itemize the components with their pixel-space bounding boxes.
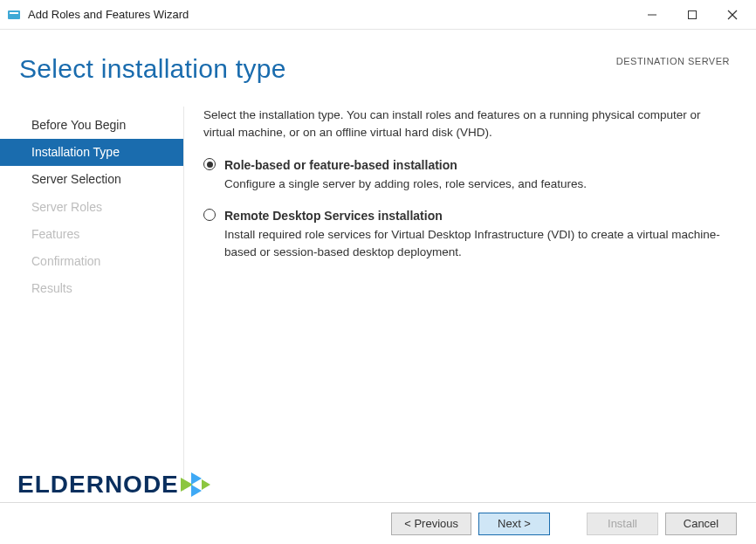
- option-desc: Configure a single server by adding role…: [224, 176, 587, 193]
- sidebar-item-installation-type[interactable]: Installation Type: [0, 139, 183, 166]
- svg-rect-3: [689, 10, 697, 18]
- header: Select installation type DESTINATION SER…: [0, 30, 756, 84]
- option-desc: Install required role services for Virtu…: [224, 226, 732, 260]
- app-icon: [7, 8, 21, 22]
- svg-rect-1: [10, 12, 18, 14]
- watermark-play-icon: [181, 472, 216, 497]
- option-body: Role-based or feature-based installation…: [224, 156, 587, 193]
- option-title: Role-based or feature-based installation: [224, 156, 587, 174]
- window-buttons: [632, 2, 753, 28]
- intro-text: Select the installation type. You can in…: [203, 107, 732, 141]
- watermark-logo: ELDERNODE: [17, 471, 216, 499]
- sidebar-item-server-roles: Server Roles: [0, 194, 183, 221]
- close-button[interactable]: [712, 2, 753, 28]
- sidebar-item-results: Results: [0, 275, 183, 302]
- body: Before You Begin Installation Type Serve…: [0, 107, 756, 491]
- destination-server-label: DESTINATION SERVER: [616, 56, 730, 66]
- footer: < Previous Next > Install Cancel: [0, 502, 756, 544]
- sidebar-item-features: Features: [0, 221, 183, 248]
- maximize-button[interactable]: [672, 2, 712, 28]
- radio-icon[interactable]: [203, 158, 216, 170]
- option-remote-desktop[interactable]: Remote Desktop Services installation Ins…: [203, 207, 732, 260]
- window-title: Add Roles and Features Wizard: [28, 8, 632, 21]
- option-role-based[interactable]: Role-based or feature-based installation…: [203, 156, 732, 193]
- next-button[interactable]: Next >: [478, 513, 550, 535]
- sidebar-item-server-selection[interactable]: Server Selection: [0, 166, 183, 193]
- option-body: Remote Desktop Services installation Ins…: [224, 207, 732, 260]
- sidebar-item-confirmation: Confirmation: [0, 248, 183, 275]
- page-title: Select installation type: [19, 54, 286, 84]
- titlebar: Add Roles and Features Wizard: [0, 0, 756, 30]
- previous-button[interactable]: < Previous: [391, 513, 471, 535]
- sidebar-item-before-you-begin[interactable]: Before You Begin: [0, 112, 183, 139]
- minimize-button[interactable]: [632, 2, 672, 28]
- option-title: Remote Desktop Services installation: [224, 207, 732, 224]
- svg-rect-0: [8, 10, 20, 19]
- cancel-button[interactable]: Cancel: [665, 513, 737, 535]
- sidebar: Before You Begin Installation Type Serve…: [0, 107, 183, 491]
- watermark-text: ELDERNODE: [17, 471, 179, 499]
- content-pane: Select the installation type. You can in…: [183, 107, 756, 491]
- install-button: Install: [587, 513, 658, 535]
- radio-icon[interactable]: [203, 209, 216, 221]
